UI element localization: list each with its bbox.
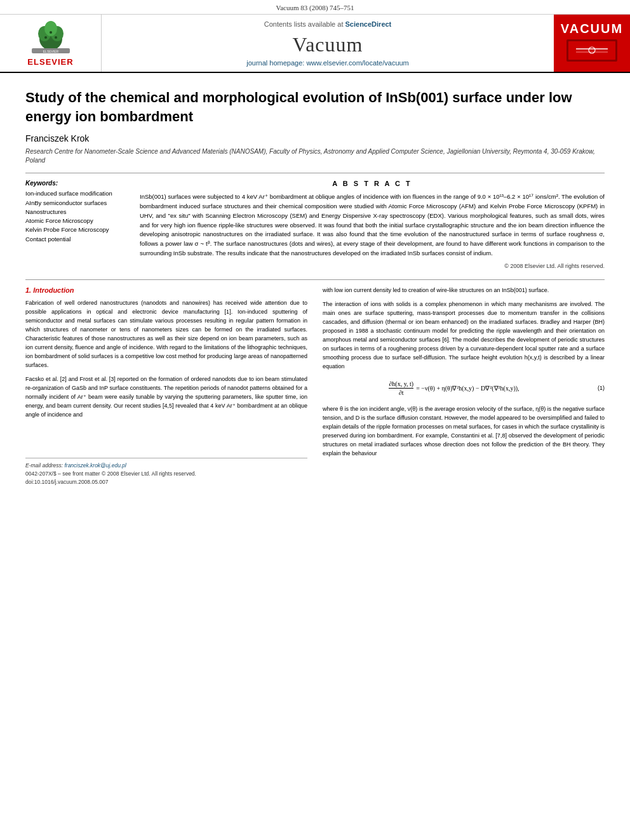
article-content: Study of the chemical and morphological …: [0, 73, 630, 500]
contents-label: Contents lists available at: [264, 20, 344, 28]
section1-para2: Facsko et al. [2] and Frost et al. [3] r…: [25, 375, 307, 420]
body-left-col: 1. Introduction Fabrication of well orde…: [25, 286, 307, 484]
vacuum-logo-graphic: [563, 36, 620, 65]
body-right-col: with low ion current density led to crea…: [323, 286, 605, 484]
equation-1: ∂h(x, y, t) ∂t = −ν(θ) + η(θ)∇²h(x,y) − …: [323, 378, 605, 399]
sciencedirect-link[interactable]: ScienceDirect: [345, 20, 392, 28]
right-para3: where θ is the ion incident angle, ν(θ) …: [323, 405, 605, 458]
right-para1: with low ion current density led to crea…: [323, 286, 605, 295]
body-section: 1. Introduction Fabrication of well orde…: [25, 286, 605, 484]
abstract-col: A B S T R A C T InSb(001) surfaces were …: [140, 180, 605, 269]
keyword-4: Atomic Force Microscopy: [25, 217, 127, 225]
keywords-list: Ion-induced surface modification AInBy s…: [25, 189, 127, 244]
vacuum-logo-text: VACUUM: [561, 22, 623, 36]
email-label: E-mail address:: [25, 462, 63, 469]
top-bar: Vacuum 83 (2008) 745–751: [0, 0, 630, 15]
journal-citation: Vacuum 83 (2008) 745–751: [276, 4, 354, 11]
copyright-line: © 2008 Elsevier Ltd. All rights reserved…: [140, 263, 605, 269]
vacuum-logo-area: VACUUM: [554, 15, 630, 72]
svg-point-4: [44, 21, 57, 36]
equation-number: (1): [586, 385, 605, 391]
page: Vacuum 83 (2008) 745–751 ELSEVIER: [0, 0, 630, 840]
keywords-title: Keywords:: [25, 180, 127, 187]
divider-2: [25, 279, 605, 280]
svg-text:ELSEVIER: ELSEVIER: [43, 50, 58, 53]
eq-rhs: = −ν(θ) + η(θ)∇²h(x,y) − D∇²(∇²h(x,y)),: [416, 385, 519, 392]
divider-1: [25, 173, 605, 173]
doi-line: doi:10.1016/j.vacuum.2008.05.007: [25, 479, 307, 485]
keyword-5: Kelvin Probe Force Microscopy: [25, 225, 127, 234]
right-para2: The interaction of ions with solids is a…: [323, 300, 605, 371]
svg-rect-11: [568, 41, 615, 60]
issn-line: 0042-207X/$ – see front matter © 2008 El…: [25, 470, 307, 477]
eq-lhs-num: ∂h(x, y, t): [389, 380, 413, 387]
keyword-6: Contact potential: [25, 235, 127, 244]
journal-homepage: journal homepage: www.elsevier.com/locat…: [246, 59, 409, 67]
author-affiliation: Research Centre for Nanometer-Scale Scie…: [25, 147, 605, 165]
eq-lhs-denom: ∂t: [399, 389, 404, 396]
elsevier-brand: ELSEVIER: [27, 57, 73, 67]
abstract-text: InSb(001) surfaces were subjected to 4 k…: [140, 192, 605, 258]
section1-para1: Fabrication of well ordered nanostructur…: [25, 299, 307, 370]
journal-center: Contents lists available at ScienceDirec…: [102, 15, 554, 72]
keyword-1: Ion-induced surface modification: [25, 189, 127, 198]
equation-content: ∂h(x, y, t) ∂t = −ν(θ) + η(θ)∇²h(x,y) − …: [323, 380, 586, 396]
svg-point-7: [50, 31, 52, 34]
svg-point-5: [44, 36, 47, 39]
abstract-title: A B S T R A C T: [140, 180, 605, 187]
elsevier-logo-area: ELSEVIER ELSEVIER: [0, 15, 102, 72]
author-name: Franciszek Krok: [25, 133, 605, 143]
journal-header: ELSEVIER ELSEVIER Contents lists availab…: [0, 15, 630, 73]
keyword-2: AInBy semiconductor surfaces: [25, 199, 127, 208]
keywords-col: Keywords: Ion-induced surface modificati…: [25, 180, 127, 269]
section1-title: 1. Introduction: [25, 286, 307, 294]
journal-title: Vacuum: [293, 33, 363, 57]
article-title: Study of the chemical and morphological …: [25, 88, 605, 126]
email-value[interactable]: franciszek.krok@uj.edu.pl: [64, 462, 126, 469]
elsevier-tree-icon: ELSEVIER: [25, 20, 76, 55]
keyword-3: Nanostructures: [25, 208, 127, 217]
abstract-section: Keywords: Ion-induced surface modificati…: [25, 180, 605, 269]
email-footer: E-mail address: franciszek.krok@uj.edu.p…: [25, 458, 307, 469]
sciencedirect-line: Contents lists available at ScienceDirec…: [264, 20, 392, 28]
svg-point-6: [55, 36, 57, 39]
